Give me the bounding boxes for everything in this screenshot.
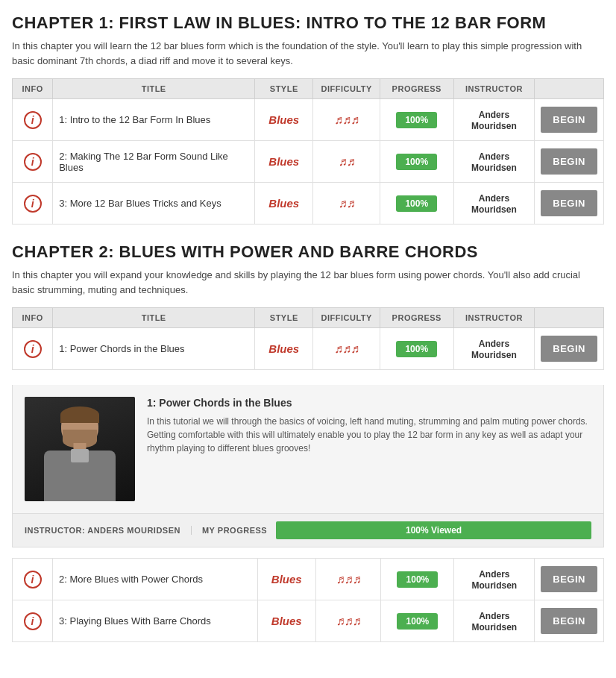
instructor-cell: Anders Mouridsen [454, 559, 535, 600]
begin-button[interactable]: BEGIN [541, 566, 597, 592]
info-icon[interactable]: i [24, 111, 42, 129]
lesson-detail-panel: 1: Power Chords in the Blues In this tut… [12, 385, 604, 514]
chapter-2-title: Chapter 2: Blues with Power and Barre Ch… [12, 242, 604, 262]
instructor-name: Anders Mouridsen [472, 569, 518, 591]
difficulty-icons: ♬♬ [339, 197, 355, 210]
style-cell: Blues [255, 328, 313, 370]
instructor-name: Anders Mouridsen [471, 193, 517, 215]
header-action [535, 308, 604, 328]
style-label: Blues [271, 573, 302, 586]
difficulty-icons: ♬♬♬ [334, 113, 359, 126]
lesson-title-cell: 2: Making The 12 Bar Form Sound Like Blu… [53, 141, 255, 183]
difficulty-icons: ♬♬ [339, 155, 355, 168]
table-row: i 1: Intro to the 12 Bar Form In Blues B… [13, 99, 604, 141]
header-info: Info [13, 308, 53, 328]
page-wrapper: Chapter 1: First Law in Blues: Intro to … [0, 0, 616, 674]
table-row: i 2: More Blues with Power Chords Blues … [13, 559, 604, 600]
progress-cell: 100% [380, 141, 453, 183]
difficulty-cell: ♬♬♬ [316, 600, 381, 642]
progress-bar: 100% [397, 613, 438, 630]
table-row: i 2: Making The 12 Bar Form Sound Like B… [13, 141, 604, 183]
chapter-2-table-2: i 2: More Blues with Power Chords Blues … [12, 558, 604, 642]
begin-button[interactable]: BEGIN [541, 148, 597, 175]
lesson-title-cell: 3: Playing Blues With Barre Chords [53, 600, 258, 642]
difficulty-cell: ♬♬ [313, 183, 380, 225]
header-style: Style [255, 308, 313, 328]
progress-bar: 100% [396, 341, 437, 357]
difficulty-icons: ♬♬♬ [336, 615, 361, 627]
detail-content: 1: Power Chords in the Blues In this tut… [147, 397, 591, 501]
begin-button[interactable]: BEGIN [541, 336, 597, 362]
style-cell: Blues [255, 183, 313, 225]
begin-button[interactable]: BEGIN [541, 107, 597, 133]
header-title: Title [53, 308, 255, 328]
chapter-2-desc: In this chapter you will expand your kno… [12, 268, 604, 297]
chapter-1-title: Chapter 1: First Law in Blues: Intro to … [12, 13, 604, 33]
detail-description: In this tutorial we will through the bas… [147, 415, 591, 455]
progress-cell: 100% [381, 559, 454, 600]
chapter-1-desc: In this chapter you will learn the 12 ba… [12, 39, 604, 68]
table-row: i 1: Power Chords in the Blues Blues ♬♬♬… [13, 328, 604, 370]
progress-cell: 100% [380, 328, 453, 370]
difficulty-cell: ♬♬♬ [313, 99, 380, 141]
info-cell: i [13, 600, 53, 642]
progress-bar: 100% [396, 195, 437, 212]
style-cell: Blues [255, 99, 313, 141]
progress-bar: 100% [397, 571, 438, 588]
detail-title: 1: Power Chords in the Blues [147, 397, 591, 409]
begin-cell: BEGIN [535, 183, 604, 225]
header-style: Style [255, 79, 313, 99]
style-label: Blues [268, 113, 299, 126]
chapter-1-header-row: Info Title Style Difficulty Progress Ins… [13, 79, 604, 99]
lesson-title-cell: 1: Power Chords in the Blues [53, 328, 255, 370]
chapter-1-table: Info Title Style Difficulty Progress Ins… [12, 78, 604, 225]
detail-instructor-label: Instructor: Anders Mouridsen [25, 526, 192, 535]
progress-cell: 100% [380, 99, 453, 141]
begin-button[interactable]: BEGIN [541, 608, 597, 634]
header-difficulty: Difficulty [313, 308, 380, 328]
info-icon[interactable]: i [24, 195, 42, 213]
lesson-title-cell: 3: More 12 Bar Blues Tricks and Keys [53, 183, 255, 225]
info-icon[interactable]: i [24, 571, 42, 588]
lesson-title-cell: 2: More Blues with Power Chords [53, 559, 258, 600]
difficulty-cell: ♬♬♬ [316, 559, 381, 600]
begin-cell: BEGIN [535, 141, 604, 183]
begin-cell: BEGIN [535, 600, 604, 642]
style-label: Blues [268, 342, 299, 355]
instructor-cell: Anders Mouridsen [453, 141, 535, 183]
header-action [535, 79, 604, 99]
header-info: Info [13, 79, 53, 99]
lesson-thumbnail [25, 397, 135, 501]
lesson-title-cell: 1: Intro to the 12 Bar Form In Blues [53, 99, 255, 141]
instructor-photo [25, 397, 135, 501]
header-difficulty: Difficulty [313, 79, 380, 99]
progress-cell: 100% [380, 183, 453, 225]
instructor-cell: Anders Mouridsen [453, 328, 535, 370]
info-icon[interactable]: i [24, 153, 42, 171]
progress-cell: 100% [381, 600, 454, 642]
header-title: Title [53, 79, 255, 99]
table-row: i 3: More 12 Bar Blues Tricks and Keys B… [13, 183, 604, 225]
instructor-cell: Anders Mouridsen [454, 600, 535, 642]
info-cell: i [13, 183, 53, 225]
chapter-2-header-row: Info Title Style Difficulty Progress Ins… [13, 308, 604, 328]
info-cell: i [13, 99, 53, 141]
info-icon[interactable]: i [24, 612, 42, 630]
begin-cell: BEGIN [535, 99, 604, 141]
begin-cell: BEGIN [535, 328, 604, 370]
instructor-name: Anders Mouridsen [471, 339, 517, 360]
instructor-cell: Anders Mouridsen [453, 183, 535, 225]
progress-bar: 100% [396, 112, 437, 128]
instructor-name: Anders Mouridsen [471, 110, 517, 131]
style-cell: Blues [255, 141, 313, 183]
table-row: i 3: Playing Blues With Barre Chords Blu… [13, 600, 604, 642]
progress-bar: 100% [396, 154, 437, 170]
difficulty-icons: ♬♬♬ [334, 342, 359, 355]
detail-progress-label: My Progress [202, 526, 267, 535]
begin-button[interactable]: BEGIN [541, 190, 597, 216]
chapter-2-table: Info Title Style Difficulty Progress Ins… [12, 307, 604, 370]
style-cell: Blues [257, 600, 316, 642]
info-icon[interactable]: i [24, 340, 42, 358]
style-label: Blues [271, 615, 302, 627]
difficulty-cell: ♬♬ [313, 141, 380, 183]
